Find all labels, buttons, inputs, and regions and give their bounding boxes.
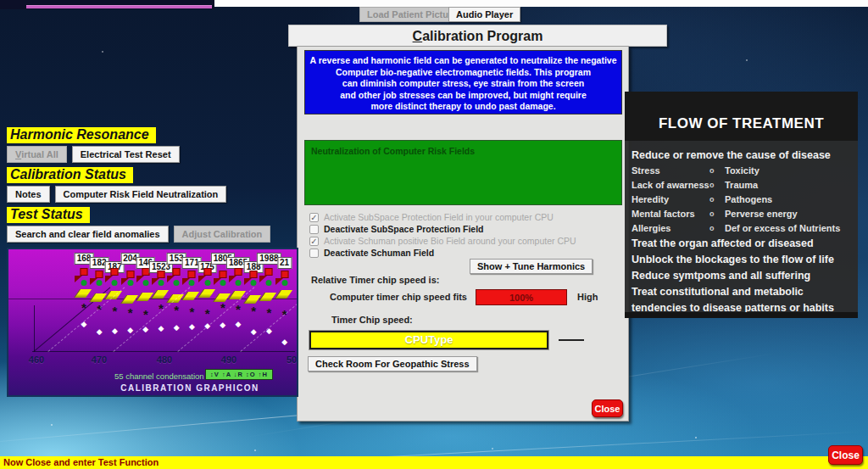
checkbox-row[interactable]: ✓Activate SubSpace Protection Field in y… xyxy=(309,212,576,223)
flow-item-pair: AllergiesoDef or excess of Nutrients xyxy=(632,221,851,236)
audio-player-button[interactable]: Audio Player xyxy=(448,7,520,22)
green-dot-marker xyxy=(142,280,148,286)
green-dot-marker xyxy=(266,280,272,286)
checkbox[interactable] xyxy=(309,248,319,258)
top-white-strip xyxy=(214,0,868,7)
asterisk-marker: * xyxy=(112,307,117,315)
green-dot-marker xyxy=(251,280,257,286)
diamond-marker: ◆ xyxy=(220,321,225,329)
red-marker xyxy=(173,268,181,276)
red-marker xyxy=(219,271,226,278)
section-header-wrap: Calibration Status xyxy=(7,165,295,186)
green-dot-marker xyxy=(236,280,242,286)
asterisk-marker: * xyxy=(205,310,210,318)
section-header-wrap: Harmonic Resonance xyxy=(7,126,295,146)
diamond-marker: ◆ xyxy=(236,321,242,328)
checkbox[interactable] xyxy=(309,225,319,234)
calibration-dialog: A reverse and harmonic field can be gene… xyxy=(297,46,629,422)
flow-item-left: Lack of awarness xyxy=(632,178,709,193)
flow-item-right: Toxicity xyxy=(725,164,760,178)
cpu-type-field[interactable]: CPUType xyxy=(309,331,548,349)
flow-item-pair: Lack of awarnessoTrauma xyxy=(632,178,851,193)
fits-label: Computer timer chip speed fits xyxy=(330,292,467,302)
button-row: NotesComputer Risk Field Neutralization xyxy=(7,186,295,203)
flow-list: Reduce or remove the cause of diseaseStr… xyxy=(625,141,858,316)
asterisk-marker: * xyxy=(251,307,256,315)
intro-text-box: A reverse and harmonic field can be gene… xyxy=(304,50,622,114)
green-dot-marker xyxy=(204,280,210,286)
yellow-flag-marker xyxy=(151,290,169,299)
chart-x-axis xyxy=(32,351,295,352)
section-header: Harmonic Resonance xyxy=(7,127,156,143)
chart-subtitle: 55 channel condensation xyxy=(114,371,204,381)
flow-bullet: o xyxy=(709,164,725,178)
check-room-geopathic-button[interactable]: Check Room For Geopathic Stress xyxy=(308,356,477,371)
status-bar: Now Close and enter Test Function xyxy=(0,456,868,469)
chart-legend: ↕V ↑A ↓R ↕O ↑H xyxy=(205,369,273,380)
green-dot-marker xyxy=(112,280,118,286)
flow-footer-strip xyxy=(625,312,858,318)
green-dot-marker xyxy=(189,280,195,286)
diamond-marker: ◆ xyxy=(127,327,133,334)
diamond-marker: ◆ xyxy=(189,323,195,331)
checkbox-label: Deactivate Schuman Field xyxy=(324,248,434,259)
flow-item-right: Def or excess of Nutrients xyxy=(725,221,840,236)
left-button-notes[interactable]: Notes xyxy=(7,186,50,203)
red-marker xyxy=(126,271,134,278)
left-button-adjust-calibration[interactable]: Adjust Calibration xyxy=(174,226,271,243)
flow-item-left: Stress xyxy=(632,164,709,178)
flow-item: Unblock the blockages to the flow of lif… xyxy=(632,252,851,268)
button-row: Virtual AllElectrical Test Reset xyxy=(7,146,295,163)
yellow-flag-marker xyxy=(74,289,92,298)
left-button-electrical-test-reset[interactable]: Electrical Test Reset xyxy=(72,146,180,163)
flow-item: Reduce symtpoms and all suffering xyxy=(632,268,851,284)
flow-bullet: o xyxy=(709,178,725,193)
flow-item-left: Allergies xyxy=(632,221,709,236)
left-button-computer-risk-field-neutralization[interactable]: Computer Risk Field Neutralization xyxy=(55,186,227,203)
checkbox-row[interactable]: ✓Activate Schuman positive Bio Field aro… xyxy=(309,236,576,247)
checkbox: ✓ xyxy=(309,213,319,222)
green-dot-marker xyxy=(97,280,103,286)
dialog-close-button[interactable]: Close xyxy=(592,399,623,417)
chart-y-axis xyxy=(34,305,35,352)
speed-level-label: High xyxy=(577,292,598,302)
asterisk-marker: * xyxy=(128,309,133,317)
flow-item: Treat the organ affected or diseased xyxy=(632,236,851,252)
asterisk-marker: * xyxy=(81,304,86,312)
speed-percent-bar: 100% xyxy=(476,289,567,305)
section-header: Calibration Status xyxy=(7,167,133,183)
flow-title: FLOW OF TREATMENT xyxy=(625,92,858,141)
asterisk-marker: * xyxy=(266,309,271,317)
yellow-flag-marker xyxy=(275,290,292,299)
checkbox-label: Deactivate SubSpace Protection Field xyxy=(324,224,483,235)
green-dot-marker xyxy=(127,280,133,286)
red-marker xyxy=(250,271,258,278)
diamond-marker: ◆ xyxy=(281,338,287,346)
flow-item-pair: Mental factorsoPerverse energy xyxy=(632,207,851,221)
x-tick-label: 460 xyxy=(29,355,44,365)
flow-item-pair: StressoToxicity xyxy=(632,164,851,178)
red-marker xyxy=(81,268,88,276)
diamond-marker: ◆ xyxy=(251,328,257,336)
flow-item-left: Mental factors xyxy=(632,207,709,221)
relative-speed-label: Relative Timer chip speed is: xyxy=(311,275,439,285)
flow-item-right: Pathogens xyxy=(725,193,772,207)
flow-bullet: o xyxy=(709,207,725,221)
green-dot-marker xyxy=(81,280,87,286)
checkbox-row[interactable]: Deactivate SubSpace Protection Field xyxy=(309,224,576,235)
left-button-search-and-clear-field-anomalies[interactable]: Search and clear field anomalies xyxy=(7,226,169,243)
x-tick-label: 480 xyxy=(157,355,172,365)
calibration-chart: 55 channel condensation ↕V ↑A ↓R ↕O ↑H C… xyxy=(7,248,298,397)
timer-chip-label: Timer Chip speed: xyxy=(331,315,413,325)
left-button-virtual-all[interactable]: Virtual All xyxy=(7,146,67,163)
top-pink-bar xyxy=(26,5,212,8)
asterisk-marker: * xyxy=(189,308,194,316)
yellow-flag-marker xyxy=(120,295,138,304)
x-tick-label: 490 xyxy=(221,355,236,365)
main-close-button[interactable]: Close xyxy=(828,445,863,465)
flow-item-right: Perverse energy xyxy=(725,207,798,221)
show-tune-harmonics-button[interactable]: Show + Tune Harmonics xyxy=(470,259,593,274)
chart-title: CALIBRATION GRAPHICON xyxy=(120,383,259,393)
red-marker xyxy=(203,268,211,276)
checkbox-row[interactable]: Deactivate Schuman Field xyxy=(309,248,576,259)
